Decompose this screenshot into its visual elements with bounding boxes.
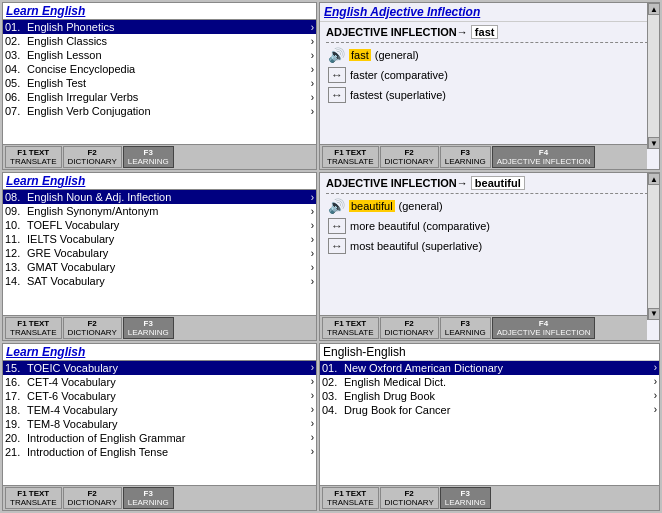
list-item[interactable]: 01. New Oxford American Dictionary › [320,361,659,375]
panel3-list: 15. TOEIC Vocabulary › 16. CET-4 Vocabul… [3,361,316,485]
adj1-item-3[interactable]: ↔ fastest (superlative) [328,85,651,105]
adj1-content: 🔊 fast (general) ↔ faster (comparative) … [320,43,659,144]
list-item[interactable]: 08. English Noun & Adj. Inflection › [3,190,316,204]
adj1-section-title: English Adjective Inflection [320,3,659,22]
adj2-content: 🔊 beautiful (general) ↔ more beautiful (… [320,194,659,314]
adj1-toolbar: F1 TEXT TRANSLATE F2 DICTIONARY F3 LEARN… [320,144,647,169]
adj1-scrollbar[interactable]: ▲ ▼ [647,3,659,149]
adj2-toolbar: F1 TEXT TRANSLATE F2 DICTIONARY F3 LEARN… [320,315,647,340]
left-panel: Learn English 01. English Phonetics › 02… [2,2,317,511]
toolbar-btn-f2[interactable]: F2 DICTIONARY [63,487,122,509]
toolbar-btn-f1[interactable]: F1 TEXT TRANSLATE [5,317,62,339]
list-item[interactable]: 20. Introduction of English Grammar › [3,431,316,445]
list-item[interactable]: 09. English Synonym/Antonym › [3,204,316,218]
sound-icon: 🔊 [328,198,345,214]
adj1-title-row: ADJECTIVE INFLECTION→ fast [320,22,659,42]
scroll-down-btn[interactable]: ▼ [648,137,660,149]
english-english-section: English-English 01. New Oxford American … [319,343,660,511]
list-item[interactable]: 19. TEM-8 Vocabulary › [3,417,316,431]
list-item[interactable]: 05. English Test › [3,76,316,90]
sound-icon: 🔊 [328,47,345,63]
panel3-header: Learn English [3,344,316,361]
adj1-toolbar-f3[interactable]: F3 LEARNING [440,146,491,168]
adj1-toolbar-f2[interactable]: F2 DICTIONARY [380,146,439,168]
list-item[interactable]: 03. English Drug Book › [320,389,659,403]
adj-inflection-2: ADJECTIVE INFLECTION→ beautiful 🔊 beauti… [319,172,660,340]
list-item[interactable]: 02. English Medical Dict. › [320,375,659,389]
superlative-icon: ↔ [328,238,346,254]
panel3-toolbar: F1 TEXT TRANSLATE F2 DICTIONARY F3 LEARN… [3,485,316,510]
toolbar-btn-f1[interactable]: F1 TEXT TRANSLATE [5,487,62,509]
toolbar-btn-f3[interactable]: F3 LEARNING [123,487,174,509]
ee-toolbar-f1[interactable]: F1 TEXT TRANSLATE [322,487,379,509]
compare-icon: ↔ [328,218,346,234]
list-item[interactable]: 17. CET-6 Vocabulary › [3,389,316,403]
adj1-item-2[interactable]: ↔ faster (comparative) [328,65,651,85]
ee-toolbar-f3[interactable]: F3 LEARNING [440,487,491,509]
list-item[interactable]: 06. English Irregular Verbs › [3,90,316,104]
panel1-toolbar: F1 TEXT TRANSLATE F2 DICTIONARY F3 LEARN… [3,144,316,169]
adj1-toolbar-f4[interactable]: F4 ADJECTIVE INFLECTION [492,146,596,168]
adj2-title-row: ADJECTIVE INFLECTION→ beautiful [320,173,659,193]
adj2-scrollbar[interactable]: ▲ ▼ [647,173,659,319]
scroll-up-btn[interactable]: ▲ [648,173,660,185]
panel2-header: Learn English [3,173,316,190]
adj2-item-2[interactable]: ↔ more beautiful (comparative) [328,216,651,236]
toolbar-btn-f2[interactable]: F2 DICTIONARY [63,146,122,168]
list-item[interactable]: 12. GRE Vocabulary › [3,246,316,260]
list-item[interactable]: 11. IELTS Vocabulary › [3,232,316,246]
adj2-toolbar-f2[interactable]: F2 DICTIONARY [380,317,439,339]
superlative-icon: ↔ [328,87,346,103]
toolbar-btn-f1[interactable]: F1 TEXT TRANSLATE [5,146,62,168]
panel2-toolbar: F1 TEXT TRANSLATE F2 DICTIONARY F3 LEARN… [3,315,316,340]
left-panel-section-3: Learn English 15. TOEIC Vocabulary › 16.… [2,343,317,511]
ee-list: 01. New Oxford American Dictionary › 02.… [320,361,659,485]
scroll-track [648,15,659,137]
adj2-item-1[interactable]: 🔊 beautiful (general) [328,196,651,216]
left-panel-section-2: Learn English 08. English Noun & Adj. In… [2,172,317,340]
adj1-item-1[interactable]: 🔊 fast (general) [328,45,651,65]
list-item[interactable]: 04. Concise Encyclopedia › [3,62,316,76]
panel1-header: Learn English [3,3,316,20]
list-item[interactable]: 02. English Classics › [3,34,316,48]
panel2-list: 08. English Noun & Adj. Inflection › 09.… [3,190,316,314]
scroll-down-btn[interactable]: ▼ [648,308,660,320]
toolbar-btn-f3[interactable]: F3 LEARNING [123,317,174,339]
list-item[interactable]: 18. TEM-4 Vocabulary › [3,403,316,417]
ee-toolbar: F1 TEXT TRANSLATE F2 DICTIONARY F3 LEARN… [320,485,659,510]
ee-header: English-English [320,344,659,361]
adj2-toolbar-f1[interactable]: F1 TEXT TRANSLATE [322,317,379,339]
list-item[interactable]: 01. English Phonetics › [3,20,316,34]
list-item[interactable]: 16. CET-4 Vocabulary › [3,375,316,389]
list-item[interactable]: 21. Introduction of English Tense › [3,445,316,459]
list-item[interactable]: 03. English Lesson › [3,48,316,62]
right-panel: English Adjective Inflection ADJECTIVE I… [319,2,660,511]
adj-inflection-1: English Adjective Inflection ADJECTIVE I… [319,2,660,170]
adj2-toolbar-f4[interactable]: F4 ADJECTIVE INFLECTION [492,317,596,339]
list-item[interactable]: 10. TOEFL Vocabulary › [3,218,316,232]
adj2-item-3[interactable]: ↔ most beautiful (superlative) [328,236,651,256]
left-panel-section-1: Learn English 01. English Phonetics › 02… [2,2,317,170]
list-item[interactable]: 14. SAT Vocabulary › [3,274,316,288]
compare-icon: ↔ [328,67,346,83]
list-item[interactable]: 04. Drug Book for Cancer › [320,403,659,417]
toolbar-btn-f3[interactable]: F3 LEARNING [123,146,174,168]
list-item[interactable]: 15. TOEIC Vocabulary › [3,361,316,375]
toolbar-btn-f2[interactable]: F2 DICTIONARY [63,317,122,339]
panel1-list: 01. English Phonetics › 02. English Clas… [3,20,316,144]
list-item[interactable]: 07. English Verb Conjugation › [3,104,316,118]
scroll-up-btn[interactable]: ▲ [648,3,660,15]
ee-toolbar-f2[interactable]: F2 DICTIONARY [380,487,439,509]
scroll-track [648,185,659,307]
adj2-toolbar-f3[interactable]: F3 LEARNING [440,317,491,339]
list-item[interactable]: 13. GMAT Vocabulary › [3,260,316,274]
adj1-toolbar-f1[interactable]: F1 TEXT TRANSLATE [322,146,379,168]
